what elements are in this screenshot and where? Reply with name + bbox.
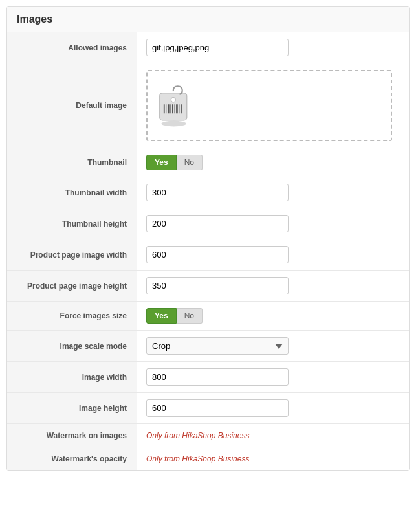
row-product-page-image-height: Product page image height bbox=[7, 271, 409, 302]
thumbnail-toggle: Yes No bbox=[146, 155, 203, 170]
label-image-width: Image width bbox=[7, 362, 137, 393]
label-image-height: Image height bbox=[7, 393, 137, 424]
cell-force-images-size: Yes No bbox=[137, 302, 409, 331]
cell-image-scale-mode: Crop Fit Stretch bbox=[137, 331, 409, 362]
product-page-image-height-input[interactable] bbox=[146, 277, 289, 294]
cell-product-page-image-width bbox=[137, 239, 409, 271]
cell-image-width bbox=[137, 362, 409, 393]
cell-watermarks-opacity: Only from HikaShop Business bbox=[137, 447, 409, 471]
row-allowed-images: Allowed images bbox=[7, 32, 409, 63]
cell-thumbnail-width bbox=[137, 177, 409, 208]
image-scale-mode-select[interactable]: Crop Fit Stretch bbox=[146, 337, 289, 355]
label-watermark-on-images: Watermark on images bbox=[7, 424, 137, 447]
svg-rect-9 bbox=[176, 104, 178, 113]
label-image-scale-mode: Image scale mode bbox=[7, 331, 137, 362]
cell-default-image bbox=[137, 63, 409, 148]
row-watermark-on-images: Watermark on images Only from HikaShop B… bbox=[7, 424, 409, 447]
force-images-size-no-button[interactable]: No bbox=[177, 308, 203, 324]
svg-rect-4 bbox=[166, 104, 166, 113]
svg-point-0 bbox=[161, 121, 186, 127]
row-image-height: Image height bbox=[7, 393, 409, 424]
label-default-image: Default image bbox=[7, 63, 137, 148]
svg-point-2 bbox=[171, 98, 175, 102]
row-force-images-size: Force images size Yes No bbox=[7, 302, 409, 331]
label-force-images-size: Force images size bbox=[7, 302, 137, 331]
thumbnail-width-input[interactable] bbox=[146, 184, 289, 201]
cell-thumbnail: Yes No bbox=[137, 148, 409, 177]
label-thumbnail: Thumbnail bbox=[7, 148, 137, 177]
svg-rect-11 bbox=[181, 104, 182, 113]
images-panel: Images Allowed images Default image bbox=[6, 6, 410, 471]
watermarks-opacity-link[interactable]: Only from HikaShop Business bbox=[146, 454, 249, 463]
row-default-image: Default image bbox=[7, 63, 409, 148]
label-product-page-image-width: Product page image width bbox=[7, 239, 137, 271]
form-table: Allowed images Default image bbox=[7, 32, 409, 470]
row-thumbnail: Thumbnail Yes No bbox=[7, 148, 409, 177]
svg-rect-8 bbox=[175, 104, 175, 113]
row-image-width: Image width bbox=[7, 362, 409, 393]
svg-rect-7 bbox=[172, 104, 173, 113]
thumbnail-yes-button[interactable]: Yes bbox=[146, 155, 177, 170]
svg-rect-3 bbox=[164, 104, 165, 113]
force-images-size-yes-button[interactable]: Yes bbox=[146, 308, 177, 324]
label-product-page-image-height: Product page image height bbox=[7, 271, 137, 302]
cell-image-height bbox=[137, 393, 409, 424]
label-allowed-images: Allowed images bbox=[7, 32, 137, 63]
product-page-image-width-input[interactable] bbox=[146, 246, 289, 263]
watermark-on-images-link[interactable]: Only from HikaShop Business bbox=[146, 431, 249, 440]
row-image-scale-mode: Image scale mode Crop Fit Stretch bbox=[7, 331, 409, 362]
image-width-input[interactable] bbox=[146, 368, 289, 386]
cell-product-page-image-height bbox=[137, 271, 409, 302]
thumbnail-no-button[interactable]: No bbox=[177, 155, 203, 170]
label-thumbnail-height: Thumbnail height bbox=[7, 208, 137, 239]
force-images-size-toggle: Yes No bbox=[146, 308, 203, 324]
svg-rect-6 bbox=[170, 104, 171, 113]
panel-title: Images bbox=[7, 7, 409, 32]
tag-icon bbox=[154, 83, 199, 128]
row-product-page-image-width: Product page image width bbox=[7, 239, 409, 271]
label-thumbnail-width: Thumbnail width bbox=[7, 177, 137, 208]
cell-thumbnail-height bbox=[137, 208, 409, 239]
label-watermarks-opacity: Watermark's opacity bbox=[7, 447, 137, 471]
svg-rect-5 bbox=[168, 104, 170, 113]
cell-allowed-images bbox=[137, 32, 409, 63]
row-watermarks-opacity: Watermark's opacity Only from HikaShop B… bbox=[7, 447, 409, 471]
cell-watermark-on-images: Only from HikaShop Business bbox=[137, 424, 409, 447]
row-thumbnail-width: Thumbnail width bbox=[7, 177, 409, 208]
allowed-images-input[interactable] bbox=[146, 39, 289, 56]
default-image-box bbox=[146, 70, 392, 141]
image-height-input[interactable] bbox=[146, 399, 289, 417]
svg-rect-10 bbox=[179, 104, 180, 113]
row-thumbnail-height: Thumbnail height bbox=[7, 208, 409, 239]
thumbnail-height-input[interactable] bbox=[146, 215, 289, 232]
